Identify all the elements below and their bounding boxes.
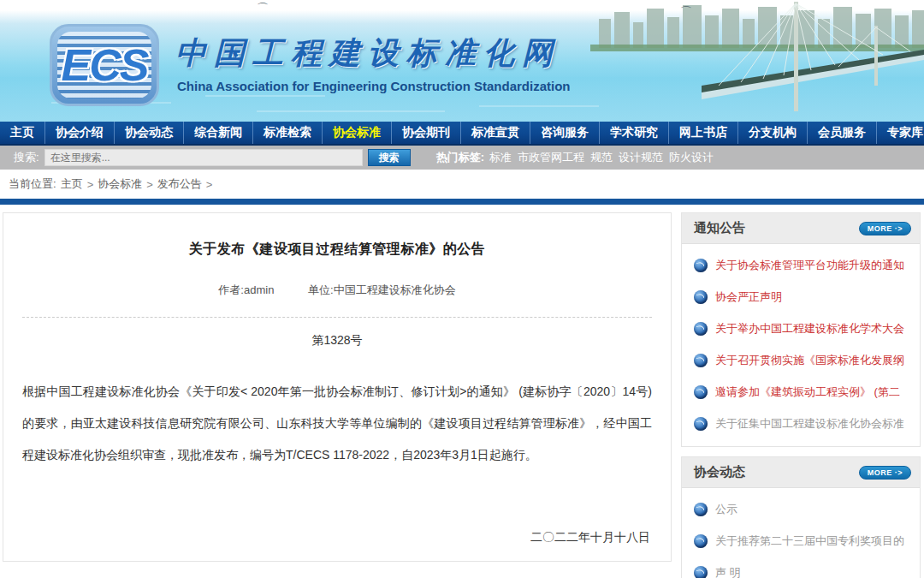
divider-rule (0, 199, 924, 205)
nav-item-branches[interactable]: 分支机构 (738, 122, 808, 144)
list-item-label: 协会严正声明 (715, 289, 782, 305)
breadcrumb: 当前位置: 主页 > 协会标准 > 发布公告 > (0, 170, 924, 199)
notices-header: 通知公告 MORE ·> (682, 213, 920, 244)
dashed-divider (22, 317, 652, 318)
globe-icon (694, 290, 708, 304)
list-item-label: 关于召开贯彻实施《国家标准化发展纲 (715, 353, 904, 368)
main-navigation: 主页 协会介绍 协会动态 综合新闻 标准检索 协会标准 协会期刊 标准宣贯 咨询… (0, 122, 924, 146)
nav-item-home[interactable]: 主页 (0, 122, 45, 144)
search-input[interactable] (44, 149, 363, 166)
list-item-label: 关于推荐第二十三届中国专利奖项目的 (715, 533, 904, 549)
breadcrumb-label: 当前位置: (9, 176, 56, 192)
nav-item-standard-promotion[interactable]: 标准宣贯 (461, 122, 530, 144)
sidebar: 通知公告 MORE ·> 关于协会标准管理平台功能升级的通知 协会严正声明 关于… (681, 212, 921, 578)
hot-tag[interactable]: 防火设计 (669, 151, 714, 164)
list-item-label: 关于举办中国工程建设标准化学术大会 (715, 321, 904, 337)
globe-icon (694, 503, 708, 516)
globe-icon (694, 534, 708, 548)
notices-title: 通知公告 (694, 220, 745, 236)
list-item[interactable]: 声 明 (682, 557, 920, 578)
main-content: 关于发布《建设项目过程结算管理标准》的公告 作者:admin 单位:中国工程建设… (0, 212, 924, 578)
nav-item-member-services[interactable]: 会员服务 (808, 122, 877, 144)
globe-icon (694, 322, 708, 336)
nav-item-association-standards[interactable]: 协会标准 (323, 122, 392, 144)
breadcrumb-separator: > (146, 178, 153, 191)
article-meta: 作者:admin 单位:中国工程建设标准化协会 (22, 283, 652, 298)
breadcrumb-announcements[interactable]: 发布公告 (157, 176, 202, 192)
nav-item-standard-search[interactable]: 标准检索 (253, 122, 323, 144)
list-item[interactable]: 关于举办中国工程建设标准化学术大会 (682, 313, 920, 344)
article-title: 关于发布《建设项目过程结算管理标准》的公告 (22, 241, 652, 259)
association-news-title: 协会动态 (694, 464, 745, 480)
site-logo[interactable]: ECS (50, 24, 159, 106)
article-date: 二〇二二年十月十八日 (530, 530, 650, 545)
list-item[interactable]: 关于召开贯彻实施《国家标准化发展纲 (682, 344, 920, 376)
breadcrumb-standards[interactable]: 协会标准 (98, 176, 142, 192)
globe-icon (694, 566, 708, 578)
nav-item-association-news[interactable]: 协会动态 (115, 122, 184, 144)
breadcrumb-separator: > (87, 178, 94, 191)
nav-item-about[interactable]: 协会介绍 (45, 122, 115, 144)
list-item-label: 公示 (715, 502, 737, 517)
hot-tag[interactable]: 标准 (489, 151, 512, 164)
article-body: 根据中国工程建设标准化协会《关于印发< 2020年第一批协会标准制订、修订计划>… (22, 376, 652, 471)
hot-tags-label: 热门标签: (436, 151, 484, 164)
search-bar: 搜索: 搜索 热门标签:标准市政管网工程规范设计规范防火设计 (0, 146, 924, 170)
globe-icon (694, 385, 708, 399)
list-item[interactable]: 关于协会标准管理平台功能升级的通知 (682, 249, 920, 281)
list-item-label: 邀请参加《建筑振动工程实例》 (第二 (715, 384, 900, 400)
list-item-label: 声 明 (715, 565, 741, 578)
association-news-list: 公示 关于推荐第二十三届中国专利奖项目的 声 明 关于推荐第二十二届中国专利奖项… (682, 488, 920, 578)
notices-list: 关于协会标准管理平台功能升级的通知 协会严正声明 关于举办中国工程建设标准化学术… (682, 244, 920, 446)
document-number: 第1328号 (22, 333, 652, 349)
hot-tag[interactable]: 规范 (590, 151, 613, 164)
association-news-header: 协会动态 MORE ·> (682, 457, 920, 488)
list-item[interactable]: 公示 (682, 493, 920, 525)
globe-icon (694, 259, 708, 272)
notices-section: 通知公告 MORE ·> 关于协会标准管理平台功能升级的通知 协会严正声明 关于… (681, 212, 921, 447)
article-panel: 关于发布《建设项目过程结算管理标准》的公告 作者:admin 单位:中国工程建设… (3, 212, 672, 562)
globe-icon (694, 354, 708, 367)
article-unit: 单位:中国工程建设标准化协会 (308, 283, 456, 296)
nav-item-academic-research[interactable]: 学术研究 (600, 122, 669, 144)
header-banner: ⌒ ⌒ ECS 中国工程建设标准化网 China Association for… (0, 0, 924, 122)
hot-tag[interactable]: 市政管网工程 (518, 151, 584, 164)
notices-more-button[interactable]: MORE ·> (859, 222, 911, 235)
list-item[interactable]: 邀请参加《建筑振动工程实例》 (第二 (682, 376, 920, 408)
bird-icon: ⌒ (680, 5, 692, 21)
hot-tag[interactable]: 设计规范 (619, 151, 663, 164)
nav-item-journal[interactable]: 协会期刊 (392, 122, 461, 144)
search-label: 搜索: (14, 150, 39, 165)
site-subtitle: China Association for Engineering Constr… (177, 79, 570, 93)
nav-item-general-news[interactable]: 综合新闻 (184, 122, 253, 144)
list-item-label: 关于协会标准管理平台功能升级的通知 (715, 258, 904, 273)
article-author: 作者:admin (218, 283, 274, 296)
list-item[interactable]: 关于推荐第二十三届中国专利奖项目的 (682, 525, 920, 557)
list-item[interactable]: 关于征集中国工程建设标准化协会标准 (682, 408, 920, 439)
association-news-section: 协会动态 MORE ·> 公示 关于推荐第二十三届中国专利奖项目的 声 明 关于… (681, 456, 921, 578)
list-item-label: 关于征集中国工程建设标准化协会标准 (715, 416, 904, 432)
search-button[interactable]: 搜索 (368, 149, 411, 166)
breadcrumb-home[interactable]: 主页 (61, 176, 83, 192)
bird-icon: ⌒ (257, 2, 269, 17)
association-news-more-button[interactable]: MORE ·> (859, 466, 911, 480)
hot-tags: 热门标签:标准市政管网工程规范设计规范防火设计 (436, 150, 720, 165)
globe-icon (694, 417, 708, 431)
breadcrumb-separator: > (206, 178, 213, 191)
nav-item-online-bookstore[interactable]: 网上书店 (669, 122, 738, 144)
site-title: 中国工程建设标准化网 (175, 33, 560, 74)
logo-ecs-text: ECS (62, 39, 148, 91)
nav-item-experts[interactable]: 专家库 (877, 122, 924, 144)
nav-item-consulting[interactable]: 咨询服务 (530, 122, 600, 144)
list-item[interactable]: 协会严正声明 (682, 281, 920, 313)
